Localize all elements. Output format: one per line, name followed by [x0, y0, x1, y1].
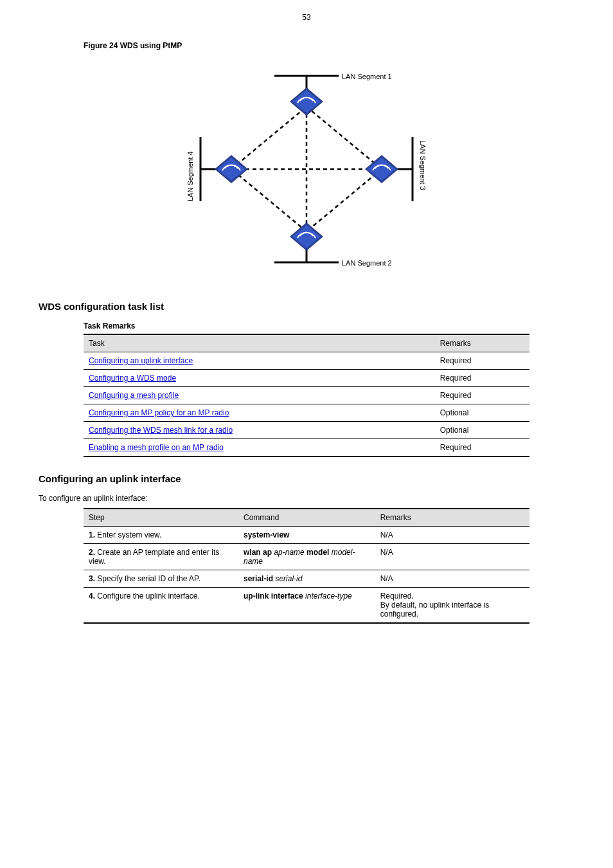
figure-caption: Figure 24 WDS using PtMP [84, 41, 574, 50]
lan-segment-2-label: LAN Segment 2 [342, 259, 392, 267]
table-row: Enabling a mesh profile on an MP radio R… [84, 439, 529, 457]
svg-line-11 [231, 107, 306, 169]
table-row: 1. Enter system view. system-view N/A [84, 527, 529, 544]
svg-marker-15 [292, 90, 321, 113]
lan-segment-3-label: LAN Segment 3 [419, 140, 427, 190]
table-row: Configuring an MP policy for an MP radio… [84, 404, 529, 422]
ap-node-icon [215, 87, 398, 251]
table-row: 2. Create an AP template and enter its v… [84, 544, 529, 570]
table-header: Step [84, 509, 238, 527]
uplink-paragraph: To configure an uplink interface: [39, 494, 574, 503]
wds-task-table: Task Remarks Configuring an uplink inter… [84, 334, 529, 457]
table1-caption: Task Remarks [84, 321, 574, 330]
svg-line-8 [306, 107, 382, 169]
table-cell: Required [435, 439, 529, 457]
task-link[interactable]: Configuring an MP policy for an MP radio [89, 408, 229, 417]
table-row: Configuring a mesh profile Required [84, 387, 529, 404]
wds-config-heading: WDS configuration task list [39, 301, 574, 312]
page-number: 53 [39, 13, 574, 22]
svg-marker-19 [292, 225, 321, 248]
uplink-steps-table: Step Command Remarks 1. Enter system vie… [84, 508, 529, 624]
task-link[interactable]: Configuring a WDS mode [89, 374, 176, 383]
table-cell: Optional [435, 404, 529, 422]
table-cell: Required [435, 387, 529, 404]
wds-diagram: LAN Segment 1 LAN Segment 2 LAN Segment … [165, 57, 448, 282]
table-header: Command [238, 509, 375, 527]
svg-line-10 [231, 169, 306, 231]
lan-segment-4-label: LAN Segment 4 [186, 151, 194, 201]
table-row: Configuring an uplink interface Required [84, 352, 529, 370]
table-row: 3. Specify the serial ID of the AP. seri… [84, 570, 529, 588]
task-link[interactable]: Enabling a mesh profile on an MP radio [89, 443, 224, 452]
task-link[interactable]: Configuring an uplink interface [89, 356, 193, 365]
table-cell: Required [435, 352, 529, 370]
task-link[interactable]: Configuring the WDS mesh link for a radi… [89, 426, 233, 435]
table-cell: Required [435, 370, 529, 387]
table-header: Task [84, 334, 435, 352]
svg-line-9 [306, 169, 382, 231]
lan-segment-1-label: LAN Segment 1 [342, 73, 392, 80]
table-cell: Optional [435, 422, 529, 439]
table-header: Remarks [375, 509, 529, 527]
table-header: Remarks [435, 334, 529, 352]
uplink-heading: Configuring an uplink interface [39, 473, 574, 484]
task-link[interactable]: Configuring a mesh profile [89, 391, 179, 400]
table-row: Configuring a WDS mode Required [84, 370, 529, 387]
table-row: 4. Configure the uplink interface. up-li… [84, 588, 529, 624]
table-row: Configuring the WDS mesh link for a radi… [84, 422, 529, 439]
